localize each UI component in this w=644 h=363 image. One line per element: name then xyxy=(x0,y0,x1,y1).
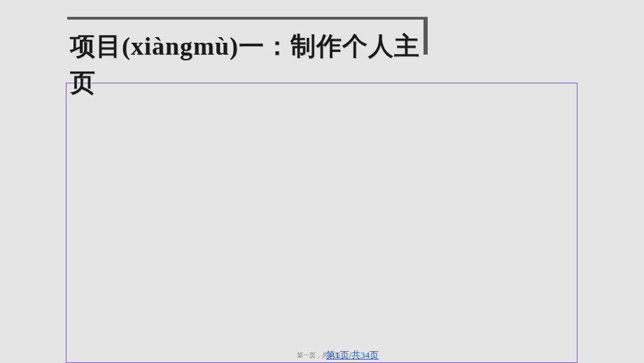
slide-body-placeholder xyxy=(66,83,578,363)
page-indicator-link[interactable]: 第1页/共34页 xyxy=(326,349,379,362)
slide-title: 项目(xiàngmù)一：制作个人主页 xyxy=(70,28,434,101)
